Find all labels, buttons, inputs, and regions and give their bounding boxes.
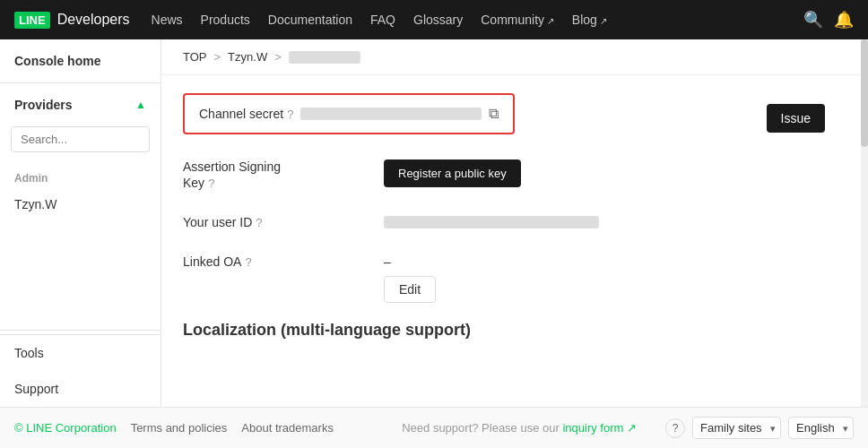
nav-faq[interactable]: FAQ <box>370 13 395 27</box>
assertion-signing-label: Assertion Signing <box>183 159 281 174</box>
channel-secret-value <box>300 108 482 120</box>
chevron-up-icon: ▲ <box>135 99 146 111</box>
family-sites-wrapper: Family sites <box>692 417 781 439</box>
logo[interactable]: LINE Developers <box>14 12 130 29</box>
nav-community[interactable]: Community <box>481 13 554 27</box>
channel-secret-help-icon[interactable]: ? <box>287 108 293 121</box>
admin-group-title: Admin <box>0 167 161 190</box>
assertion-key-label: Key <box>183 176 204 190</box>
linked-oa-label: Linked OA <box>183 254 241 269</box>
assertion-help-icon[interactable]: ? <box>208 177 214 190</box>
nav-products[interactable]: Products <box>201 13 250 27</box>
linked-oa-value-col: – Edit <box>384 254 436 303</box>
footer-right: ? Family sites English <box>665 417 854 439</box>
nav-links: News Products Documentation FAQ Glossary… <box>152 13 803 27</box>
family-sites-select[interactable]: Family sites <box>692 417 781 439</box>
footer: © LINE Corporation Terms and policies Ab… <box>0 407 868 448</box>
scroll-thumb[interactable] <box>861 39 868 147</box>
main-content: TOP > Tzyn.W > Channel secret ? ⧉ Issue <box>161 39 868 407</box>
linked-oa-row: Linked OA ? – Edit <box>183 254 846 303</box>
footer-help-icon[interactable]: ? <box>665 418 685 438</box>
footer-support-text: Need support? Please use our inquiry for… <box>348 421 651 435</box>
sidebar-support[interactable]: Support <box>0 371 161 407</box>
console-home[interactable]: Console home <box>0 39 161 83</box>
main-layout: Console home Providers ▲ Admin Tzyn.W To… <box>0 39 868 407</box>
user-id-row: Your user ID ? <box>183 215 846 229</box>
breadcrumb-sep-2: > <box>274 50 282 64</box>
nav-glossary[interactable]: Glossary <box>413 13 463 27</box>
breadcrumb-channel <box>289 51 360 64</box>
user-id-value <box>384 216 599 228</box>
localization-title: Localization (multi-language support) <box>183 321 846 340</box>
issue-button[interactable]: Issue <box>767 104 825 133</box>
linked-oa-value: – <box>384 254 436 269</box>
search-icon[interactable]: 🔍 <box>803 10 823 30</box>
copy-icon[interactable]: ⧉ <box>489 106 499 122</box>
sidebar: Console home Providers ▲ Admin Tzyn.W To… <box>0 39 161 407</box>
breadcrumb-sep-1: > <box>214 50 221 64</box>
language-select[interactable]: English <box>788 417 854 439</box>
nav-documentation[interactable]: Documentation <box>268 13 352 27</box>
register-public-key-button[interactable]: Register a public key <box>384 159 521 187</box>
search-input[interactable] <box>11 126 150 152</box>
inquiry-link[interactable]: inquiry form ↗ <box>562 421 637 435</box>
sidebar-bottom: Tools Support <box>0 326 161 407</box>
sidebar-divider <box>0 330 161 331</box>
nav-news[interactable]: News <box>152 13 183 27</box>
assertion-value-col: Register a public key <box>384 159 846 187</box>
sidebar-tools[interactable]: Tools <box>0 334 161 371</box>
top-nav: LINE Developers News Products Documentat… <box>0 0 868 39</box>
user-id-help-icon[interactable]: ? <box>256 216 262 229</box>
search-box <box>11 126 150 152</box>
edit-button[interactable]: Edit <box>384 276 436 303</box>
footer-terms[interactable]: Terms and policies <box>131 421 228 435</box>
sidebar-item-tzyn-w[interactable]: Tzyn.W <box>0 190 161 219</box>
nav-blog[interactable]: Blog <box>572 13 607 27</box>
sidebar-providers-label: Providers <box>14 98 73 112</box>
sidebar-group: Admin Tzyn.W <box>0 159 161 226</box>
breadcrumb-tzyn-w[interactable]: Tzyn.W <box>228 50 267 64</box>
channel-secret-label: Channel secret ? <box>199 107 293 121</box>
footer-corp: © LINE Corporation <box>14 421 117 435</box>
linked-oa-help-icon[interactable]: ? <box>245 255 251 269</box>
sidebar-providers-header[interactable]: Providers ▲ <box>0 90 161 119</box>
footer-trademarks[interactable]: About trademarks <box>241 421 334 435</box>
channel-secret-box: Channel secret ? ⧉ <box>183 93 515 134</box>
notification-icon[interactable]: 🔔 <box>834 10 854 30</box>
content-body: Channel secret ? ⧉ Issue Assertion Signi… <box>161 75 868 358</box>
logo-box: LINE <box>14 12 50 29</box>
assertion-label-col: Assertion Signing Key ? <box>183 159 362 190</box>
logo-text: Developers <box>57 12 130 28</box>
sidebar-providers-section: Providers ▲ Admin Tzyn.W <box>0 83 161 233</box>
language-wrapper: English <box>788 417 854 439</box>
channel-secret-row: Channel secret ? ⧉ Issue <box>183 93 846 134</box>
scroll-track <box>861 39 868 407</box>
user-id-label: Your user ID ? <box>183 215 362 229</box>
breadcrumb-top[interactable]: TOP <box>183 50 207 64</box>
nav-icons: 🔍 🔔 <box>803 10 854 30</box>
assertion-row: Assertion Signing Key ? Register a publi… <box>183 159 846 190</box>
breadcrumb: TOP > Tzyn.W > <box>161 39 868 75</box>
